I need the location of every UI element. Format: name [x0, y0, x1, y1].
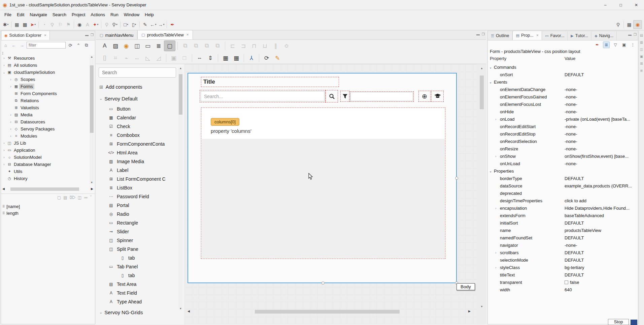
design-tool-button[interactable]: [218, 54, 218, 62]
forward-icon[interactable]: →: [19, 41, 25, 49]
property-column-header[interactable]: Property: [490, 56, 565, 61]
property-value[interactable]: DEFAULT: [565, 258, 584, 263]
tree-vertical-scrollbar[interactable]: ▲ ▼: [90, 55, 94, 184]
scroll-down-icon[interactable]: ▼: [90, 181, 94, 184]
property-value[interactable]: -none-: [565, 87, 577, 92]
refresh-icon[interactable]: ⟳: [67, 41, 74, 49]
form-part-label-body[interactable]: Body: [456, 283, 475, 290]
property-row[interactable]: ⌄ Commands: [488, 63, 637, 71]
property-value[interactable]: DEFAULT: [565, 220, 584, 226]
palette-item[interactable]: A Text Field: [99, 289, 179, 297]
design-tool-button[interactable]: ∥: [270, 41, 281, 51]
menu-item[interactable]: Window: [121, 11, 142, 18]
restore-view-icon[interactable]: ▤: [640, 33, 643, 37]
scrollbar-thumb[interactable]: [255, 310, 400, 314]
view-tab[interactable]: ☰ Outline ✕: [488, 31, 512, 40]
scroll-up-icon[interactable]: ▲: [178, 67, 183, 70]
property-value[interactable]: -none-: [565, 243, 577, 248]
tree-horizontal-scrollbar[interactable]: ◀ ▶: [2, 187, 94, 191]
design-tool-button[interactable]: ◿: [153, 53, 164, 63]
palette-section-servoy-ng-grids[interactable]: ⌄ Servoy NG-Grids: [99, 306, 179, 318]
property-value[interactable]: -none-: [565, 139, 577, 144]
design-tool-button[interactable]: ▨: [110, 41, 121, 51]
search-button-component[interactable]: [326, 90, 338, 102]
tab-solution-explorer[interactable]: ◉ Solution Explorer ✕: [1, 31, 50, 40]
tree-chevron-icon[interactable]: ⌄: [2, 70, 6, 74]
property-value[interactable]: example_data.products (OVERR...: [565, 183, 632, 188]
design-tool-button[interactable]: ⊐: [238, 41, 249, 51]
property-value[interactable]: -none-: [565, 109, 577, 114]
tree-item[interactable]: ✦ Utils: [2, 168, 87, 175]
palette-search-input[interactable]: [99, 67, 176, 78]
editor-tab[interactable]: ▢ productsTableView ✕: [137, 30, 193, 39]
tree-chevron-icon[interactable]: ›: [8, 120, 13, 124]
scroll-right-icon[interactable]: ▶: [468, 309, 471, 313]
design-tool-button[interactable]: ⅄: [246, 53, 257, 63]
property-row[interactable]: transparent false: [488, 278, 637, 286]
toolbar-button[interactable]: ⚲▾: [103, 21, 111, 29]
property-row[interactable]: width 640: [488, 286, 637, 293]
tree-item[interactable]: › ▨ Media: [2, 111, 87, 118]
property-value[interactable]: -none-: [565, 124, 577, 129]
tree-item[interactable]: › ⊟ Datasources: [2, 118, 87, 125]
toolbar-button[interactable]: ▩▾: [21, 21, 29, 29]
property-value[interactable]: -none-: [565, 94, 577, 99]
view-tab[interactable]: ▤ Prop... ✕: [512, 31, 542, 40]
property-value[interactable]: baseTableAdvanced: [565, 213, 604, 218]
design-tool-button[interactable]: ▢: [164, 40, 175, 51]
menu-item[interactable]: Actions: [88, 11, 108, 18]
palette-item[interactable]: ▯ tab: [99, 254, 179, 262]
design-tool-button[interactable]: ▦: [220, 53, 231, 63]
list-item[interactable]: ⠿ [name]: [2, 203, 20, 210]
palette-item[interactable]: ⊞ List FormComponent C: [99, 175, 179, 183]
toolbar-button[interactable]: ▯▾: [130, 21, 138, 29]
tree-item[interactable]: ⧉ Relations: [2, 97, 87, 104]
scroll-down-icon[interactable]: ▼: [479, 305, 484, 308]
menu-item[interactable]: Help: [142, 11, 157, 18]
link-editor-icon[interactable]: ⧉: [83, 41, 90, 49]
property-chevron-icon[interactable]: ⌄: [489, 80, 494, 84]
palette-item[interactable]: ▤ Text Area: [99, 280, 179, 289]
toolbar-button[interactable]: ▾: [11, 21, 11, 28]
property-row[interactable]: navigator -none-: [488, 241, 637, 249]
design-tool-button[interactable]: ⊏: [227, 41, 238, 51]
scrollbar-thumb[interactable]: [10, 187, 79, 191]
tree-item[interactable]: › ◎ Scopes: [2, 76, 87, 83]
design-tool-button[interactable]: ▭: [142, 41, 153, 51]
tree-item[interactable]: › ▦ Forms: [2, 83, 87, 90]
minimize-view-icon[interactable]: ▬: [85, 33, 89, 37]
property-row[interactable]: onRecordEditStart -none-: [488, 123, 637, 130]
perspective-button[interactable]: ◉: [633, 20, 642, 29]
menu-item[interactable]: Search: [50, 11, 69, 18]
property-row[interactable]: › styleClass bg-tertiary: [488, 264, 637, 271]
filter-button-component[interactable]: [340, 91, 349, 102]
design-tool-button[interactable]: [177, 42, 178, 50]
property-chevron-icon[interactable]: ›: [495, 154, 500, 158]
design-tool-button[interactable]: ◉: [121, 41, 132, 51]
scroll-down-icon[interactable]: ▼: [178, 307, 183, 310]
property-row[interactable]: ⌄ Events: [488, 78, 637, 86]
tree-item[interactable]: › ▤ All solutions: [2, 62, 87, 69]
tree-item[interactable]: ≣ Valuelists: [2, 104, 87, 111]
design-tool-button[interactable]: ⟳: [261, 53, 272, 63]
minimized-view-icon[interactable]: ◫: [640, 48, 643, 51]
palette-item[interactable]: ◫ Spinner: [99, 236, 179, 245]
view-tab[interactable]: ▭ Favor... ✕: [542, 31, 568, 40]
close-icon[interactable]: ✕: [44, 34, 47, 37]
property-row[interactable]: onElementFocusGained -none-: [488, 93, 637, 100]
property-row[interactable]: namedFoundSet DEFAULT: [488, 234, 637, 241]
view-menu-icon[interactable]: ⋮: [630, 42, 636, 48]
scroll-left-icon[interactable]: ◀: [2, 187, 5, 190]
design-tool-button[interactable]: ✎: [272, 53, 283, 63]
tree-chevron-icon[interactable]: ›: [2, 56, 6, 60]
toolbar-button[interactable]: ⚲▾: [48, 21, 56, 29]
palette-item[interactable]: ◫ Split Pane: [99, 245, 179, 254]
toolbar-button[interactable]: ▾: [120, 21, 121, 28]
design-tool-button[interactable]: ⧉: [191, 41, 201, 51]
property-row[interactable]: onResize -none-: [488, 145, 637, 152]
maximize-view-icon[interactable]: ❐: [91, 33, 94, 37]
palette-item[interactable]: ⋯ Password Field: [99, 192, 179, 201]
filter-icon[interactable]: ▽: [612, 42, 618, 48]
property-chevron-icon[interactable]: ⌄: [489, 169, 494, 173]
close-icon[interactable]: ✕: [536, 34, 539, 37]
